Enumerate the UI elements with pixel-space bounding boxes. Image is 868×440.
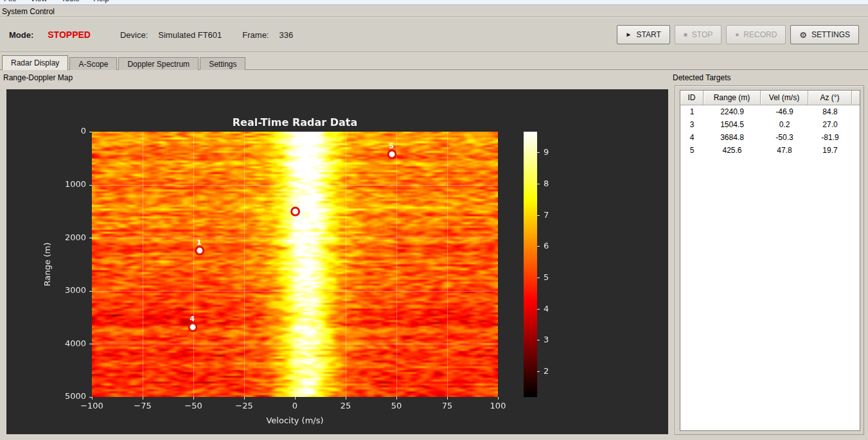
control-bar: Mode: STOPPED Device: Simulated FT601 Fr… [0, 18, 868, 52]
table-cell: 5 [680, 146, 704, 155]
table-cell: 0.2 [761, 120, 808, 129]
table-cell: 1 [680, 107, 704, 116]
tab-radar-display[interactable]: Radar Display [2, 55, 68, 70]
table-cell: -46.9 [761, 107, 808, 116]
tab-doppler-spectrum[interactable]: Doppler Spectrum [118, 57, 199, 70]
button-label: RECORD [743, 30, 777, 39]
button-label: STOP [692, 30, 713, 39]
mode-value: STOPPED [48, 30, 91, 40]
play-icon: ► [626, 31, 632, 38]
table-row[interactable]: 12240.9-46.984.8 [680, 105, 860, 118]
table-cell: 3684.8 [704, 133, 761, 142]
menu-item-tools[interactable]: Tools [61, 0, 79, 3]
table-cell: 1504.5 [704, 120, 761, 129]
record-icon: ● [735, 31, 739, 38]
mode-label: Mode: [9, 30, 33, 40]
device-label: Device: [120, 30, 148, 40]
detected-targets-panel: IDRange (m)Vel (m/s)Az (°) 12240.9-46.98… [675, 85, 864, 435]
settings-button[interactable]: ⚙SETTINGS [790, 25, 859, 44]
app-window: FileViewToolsHelp System Control Mode: S… [0, 0, 868, 440]
group-title: System Control [2, 7, 55, 16]
table-cell: -81.9 [808, 133, 852, 142]
menu-item-file[interactable]: File [4, 0, 16, 3]
column-header-filler [852, 91, 860, 105]
range-doppler-map-label: Range-Doppler Map [3, 73, 73, 82]
column-header-id[interactable]: ID [680, 91, 704, 105]
range-doppler-heatmap [6, 89, 668, 434]
table-cell: -50.3 [761, 133, 808, 142]
stop-icon: ■ [684, 31, 687, 38]
column-header-range-m[interactable]: Range (m) [704, 91, 761, 105]
detected-targets-label: Detected Targets [673, 73, 731, 82]
column-header-vel-m-s[interactable]: Vel (m/s) [761, 91, 808, 105]
menu-item-view[interactable]: View [30, 0, 47, 3]
system-control-group: System Control [0, 6, 868, 18]
control-buttons: ►START■STOP●RECORD⚙SETTINGS [617, 25, 859, 44]
targets-table-body: 12240.9-46.984.831504.50.227.043684.8-50… [680, 105, 860, 157]
table-cell: 2240.9 [704, 107, 761, 116]
table-cell: 19.7 [808, 146, 852, 155]
table-cell: 84.8 [808, 107, 852, 116]
menu-item-help[interactable]: Help [93, 0, 109, 3]
targets-table: IDRange (m)Vel (m/s)Az (°) 12240.9-46.98… [680, 90, 860, 431]
bottom-strip [0, 435, 868, 440]
button-label: SETTINGS [811, 30, 850, 39]
frame-value: 336 [279, 30, 293, 40]
table-cell: 4 [680, 133, 704, 142]
start-button[interactable]: ►START [617, 25, 670, 44]
frame-label: Frame: [242, 30, 269, 40]
range-doppler-plot-panel [6, 89, 668, 434]
stop-button: ■STOP [675, 25, 722, 44]
status-fields: Mode: STOPPED Device: Simulated FT601 Fr… [9, 18, 293, 51]
table-row[interactable]: 5425.647.819.7 [680, 144, 860, 157]
table-row[interactable]: 31504.50.227.0 [680, 118, 860, 131]
record-button: ●RECORD [726, 25, 786, 44]
table-row[interactable]: 43684.8-50.3-81.9 [680, 131, 860, 144]
column-header-az[interactable]: Az (°) [808, 91, 852, 105]
menu-bar: FileViewToolsHelp [0, 0, 868, 5]
table-cell: 27.0 [808, 120, 852, 129]
tab-a-scope[interactable]: A-Scope [69, 57, 117, 70]
table-cell: 3 [680, 120, 704, 129]
targets-table-header: IDRange (m)Vel (m/s)Az (°) [680, 91, 860, 105]
tabs: Radar DisplayA-ScopeDoppler SpectrumSett… [2, 55, 247, 70]
button-label: START [637, 30, 661, 39]
tab-bar: Radar DisplayA-ScopeDoppler SpectrumSett… [0, 55, 868, 70]
table-cell: 425.6 [704, 146, 761, 155]
gear-icon: ⚙ [799, 31, 807, 39]
table-cell: 47.8 [761, 146, 808, 155]
device-value: Simulated FT601 [158, 30, 222, 40]
menu-items: FileViewToolsHelp [4, 0, 109, 3]
tab-settings[interactable]: Settings [200, 57, 245, 70]
